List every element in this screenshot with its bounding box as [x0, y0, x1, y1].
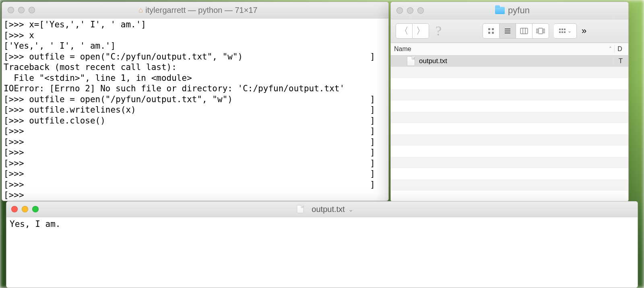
close-icon[interactable]: [396, 7, 403, 14]
arrange-button[interactable]: ⌄: [554, 23, 577, 39]
folder-icon: [495, 7, 505, 14]
svg-rect-14: [561, 29, 563, 30]
document-icon: [297, 205, 304, 213]
svg-rect-11: [539, 28, 543, 34]
view-list-button[interactable]: [500, 23, 516, 39]
table-row: [391, 134, 628, 146]
chevron-down-icon[interactable]: ⌄: [348, 206, 353, 213]
terminal-body[interactable]: [>>> x=['Yes,',' I', ' am.'] [>>> x ['Ye…: [2, 19, 388, 201]
table-row: [391, 191, 628, 202]
column-secondary[interactable]: D: [614, 45, 625, 53]
texteditor-titlebar[interactable]: output.txt ⌄: [6, 202, 638, 217]
minimize-icon[interactable]: [407, 7, 413, 14]
view-segment: [483, 23, 549, 39]
toolbar-overflow-button[interactable]: »: [582, 26, 586, 36]
document-icon: [407, 56, 415, 66]
finder-title-text: pyfun: [508, 5, 530, 16]
texteditor-title-text: output.txt: [312, 205, 345, 214]
finder-titlebar[interactable]: pyfun: [391, 2, 628, 19]
column-name[interactable]: Name: [394, 45, 607, 53]
svg-rect-1: [492, 28, 494, 30]
svg-rect-10: [537, 29, 538, 33]
arrange-segment: ⌄: [554, 23, 577, 39]
arrange-icon: [559, 28, 566, 34]
list-icon: [504, 27, 511, 35]
close-icon[interactable]: [8, 7, 14, 13]
sort-indicator-icon[interactable]: ˄: [607, 46, 614, 52]
svg-rect-13: [559, 29, 561, 30]
file-name: output.txt: [419, 57, 447, 65]
texteditor-traffic-lights: [11, 206, 39, 212]
table-row: [391, 112, 628, 123]
svg-rect-5: [505, 31, 510, 31]
svg-rect-6: [505, 33, 510, 33]
terminal-title-text: itylergarrett — python — 71×17: [145, 6, 257, 15]
table-row: [391, 123, 628, 134]
texteditor-body[interactable]: Yes, I am.: [6, 217, 638, 288]
forward-button[interactable]: 〉: [413, 23, 429, 39]
minimize-icon[interactable]: [22, 206, 28, 212]
columns-icon: [520, 28, 528, 34]
table-row: [391, 146, 628, 157]
terminal-window: ⌂ itylergarrett — python — 71×17 [>>> x=…: [2, 2, 389, 201]
table-row: [391, 101, 628, 112]
home-icon: ⌂: [138, 6, 143, 14]
file-col2: T: [613, 57, 625, 65]
svg-rect-4: [505, 29, 510, 29]
chevron-down-icon: ⌄: [568, 28, 572, 34]
zoom-icon[interactable]: [417, 7, 424, 14]
terminal-titlebar[interactable]: ⌂ itylergarrett — python — 71×17: [2, 2, 388, 19]
texteditor-window: output.txt ⌄ Yes, I am.: [6, 201, 638, 288]
terminal-title: ⌂ itylergarrett — python — 71×17: [39, 6, 357, 15]
help-icon[interactable]: ?: [436, 23, 442, 39]
view-gallery-button[interactable]: [533, 23, 549, 39]
finder-toolbar: 〈 〉 ?: [391, 19, 628, 43]
svg-rect-0: [488, 28, 490, 30]
table-row: [391, 67, 628, 78]
svg-rect-7: [520, 28, 528, 34]
view-columns-button[interactable]: [516, 23, 533, 39]
table-row: [391, 89, 628, 101]
back-button[interactable]: 〈: [396, 23, 413, 39]
minimize-icon[interactable]: [18, 7, 25, 13]
finder-file-list[interactable]: output.txtT: [391, 56, 628, 202]
svg-rect-18: [564, 31, 566, 33]
table-row: [391, 168, 628, 179]
finder-column-header[interactable]: Name ˄ D: [391, 43, 628, 56]
finder-title: pyfun: [428, 5, 597, 16]
svg-rect-16: [559, 31, 561, 33]
gallery-icon: [536, 28, 545, 34]
terminal-traffic-lights: [8, 7, 35, 13]
finder-traffic-lights: [396, 7, 424, 14]
svg-rect-3: [492, 32, 494, 34]
zoom-icon[interactable]: [32, 206, 39, 212]
finder-window: pyfun 〈 〉 ?: [390, 2, 629, 202]
zoom-icon[interactable]: [29, 7, 35, 13]
nav-segment: 〈 〉: [396, 23, 429, 39]
svg-rect-17: [561, 31, 563, 33]
close-icon[interactable]: [11, 206, 18, 212]
table-row: [391, 78, 628, 89]
grid-icon: [487, 27, 495, 35]
texteditor-title: output.txt ⌄: [39, 204, 611, 214]
table-row[interactable]: output.txtT: [391, 56, 628, 67]
svg-rect-12: [543, 29, 545, 33]
chevron-left-icon: 〈: [400, 25, 409, 37]
table-row: [391, 179, 628, 191]
svg-rect-15: [564, 29, 566, 30]
svg-rect-2: [488, 32, 490, 34]
view-icons-button[interactable]: [483, 23, 500, 39]
chevron-right-icon: 〉: [416, 25, 425, 37]
table-row: [391, 157, 628, 168]
